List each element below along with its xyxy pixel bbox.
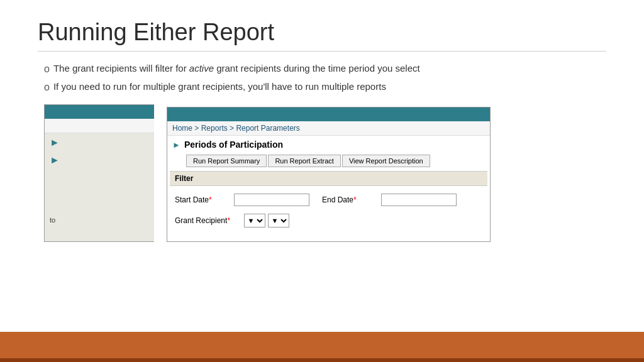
sidebar-breadcrumb-space [45,119,154,133]
bullet-dot-2: o [44,82,50,93]
bullet-list: o The grant recipients will filter for a… [44,63,606,93]
bullet-item-2: o If you need to run for multiple grant … [44,81,606,93]
scr-header-bar [167,107,490,121]
scr-breadcrumb: Home > Reports > Report Parameters [167,121,490,136]
slide: Running Either Report o The grant recipi… [0,0,644,362]
end-date-label: End Date* [322,195,379,204]
run-extract-button[interactable]: Run Report Extract [268,155,341,167]
section-expand-arrow[interactable]: ► [172,140,180,150]
grant-required: * [227,216,230,225]
scr-section-title-row: ► Periods of Participation [167,136,490,153]
scr-filter-header: Filter [170,171,487,186]
screenshot-main: Home > Reports > Report Parameters ► Per… [167,107,491,242]
sidebar-arrow-row1: ► [45,133,154,152]
breadcrumb-home[interactable]: Home [172,124,192,133]
sidebar-arrow-2: ► [50,155,60,166]
sidebar-arrow-row2: ► [45,152,154,168]
start-date-input[interactable] [234,194,309,206]
to-label: to [50,216,55,224]
bullet-item-1: o The grant recipients will filter for a… [44,63,606,75]
bullet-text-1: The grant recipients will filter for act… [53,63,420,74]
bullet-text-2: If you need to run for multiple grant re… [53,81,386,92]
grant-recipient-select-1[interactable]: ▼ [244,214,265,228]
run-summary-button[interactable]: Run Report Summary [186,155,267,167]
end-date-required: * [353,195,357,204]
view-description-button[interactable]: View Report Description [342,155,430,167]
start-date-label: Start Date* [175,195,231,204]
grant-recipient-select-2[interactable]: ▼ [268,214,289,228]
slide-title: Running Either Report [38,19,606,52]
grant-recipient-selects: ▼ ▼ [244,214,289,228]
end-date-input[interactable] [381,194,457,206]
content-area: Running Either Report o The grant recipi… [0,0,644,332]
breadcrumb-current: Report Parameters [236,124,299,133]
breadcrumb-reports[interactable]: Reports [201,124,228,133]
end-date-group: End Date* [322,194,457,206]
bullet-dot-1: o [44,63,50,75]
screenshot-wrapper: ► ► to Home > Reports > Report Parameter… [44,104,606,242]
grant-recipient-row: Grant Recipient* ▼ ▼ [175,214,482,228]
grant-recipient-label: Grant Recipient* [175,216,231,225]
scr-section-title: Periods of Participation [184,140,283,150]
breadcrumb-sep2: > [228,124,236,133]
left-sidebar: ► ► to [44,104,154,242]
sidebar-header-bar [45,105,154,119]
breadcrumb-sep1: > [192,124,201,133]
start-date-required: * [209,195,212,204]
sidebar-arrow-1: ► [50,137,60,148]
start-date-group: Start Date* [175,194,309,206]
scr-form: Start Date* End Date* [167,187,490,241]
scr-buttons-row: Run Report Summary Run Report Extract Vi… [167,153,490,170]
bottom-bar [0,332,644,362]
date-row: Start Date* End Date* [175,194,482,206]
bottom-bar-accent [0,358,644,362]
